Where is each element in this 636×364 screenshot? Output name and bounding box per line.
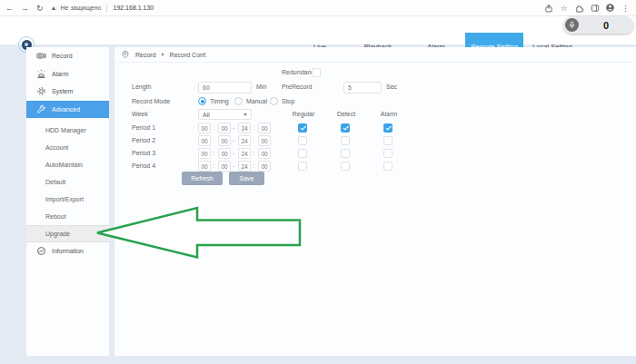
sidebar-subitem-default[interactable]: Default: [26, 173, 109, 191]
start-minute-input[interactable]: 00: [218, 123, 231, 133]
record-mode-option-timing[interactable]: Timing: [198, 97, 229, 105]
detect-checkbox[interactable]: [341, 136, 350, 145]
side-panel-icon[interactable]: [590, 3, 600, 13]
breadcrumb-current: Record Conf.: [170, 52, 207, 58]
end-minute-input[interactable]: 00: [258, 123, 271, 133]
sidebar-item-system[interactable]: System: [26, 83, 109, 101]
address-bar[interactable]: ▲ Не защищено 192.168.1.130: [51, 5, 154, 12]
end-hour-input[interactable]: 24: [238, 161, 251, 172]
sidebar-item-record[interactable]: Record: [26, 47, 109, 65]
sidebar: Record Alarm System Advanced HDD Manager…: [26, 47, 109, 356]
forward-icon[interactable]: →: [21, 0, 29, 16]
breadcrumb: Record Record Conf.: [114, 47, 636, 63]
length-row: Length 60 Min PreRecord 5 Sec: [114, 82, 636, 93]
week-dropdown[interactable]: All: [198, 109, 252, 120]
end-hour-input[interactable]: 24: [238, 135, 251, 146]
column-header-regular: Regular: [293, 111, 315, 117]
action-row: Refresh Save: [114, 172, 636, 185]
detect-checkbox[interactable]: [341, 162, 350, 171]
sidebar-item-label: Information: [52, 248, 84, 254]
length-unit: Min: [256, 84, 266, 90]
sidebar-item-advanced[interactable]: Advanced: [26, 101, 109, 119]
bookmark-star-icon[interactable]: ☆: [559, 3, 569, 13]
week-row: Week All Regular Detect Alarm: [114, 109, 636, 121]
sidebar-subitem-reboot[interactable]: Reboot: [26, 208, 109, 225]
extensions-icon[interactable]: [574, 3, 584, 13]
record-mode-row: Record Mode Timing Manual Stop: [114, 96, 636, 108]
sidebar-item-label: Alarm: [52, 71, 68, 77]
end-hour-input[interactable]: 24: [238, 123, 251, 133]
radio-icon[interactable]: [270, 97, 278, 105]
back-icon[interactable]: ←: [5, 0, 14, 16]
alarm-checkbox[interactable]: [383, 123, 393, 133]
regular-checkbox[interactable]: [298, 162, 307, 171]
radio-icon[interactable]: [234, 97, 243, 105]
radio-icon[interactable]: [198, 97, 206, 105]
record-mode-option-stop[interactable]: Stop: [270, 97, 294, 105]
length-input[interactable]: 60: [198, 82, 252, 93]
badge-count: 0: [603, 20, 609, 31]
record-conf-form: Redundancy Length 60 Min PreRecord 5 Sec…: [114, 63, 636, 356]
end-minute-input[interactable]: 00: [258, 135, 271, 146]
detect-checkbox[interactable]: [341, 123, 350, 133]
column-header-detect: Detect: [337, 111, 355, 117]
period-row-2: Period 2 00 : 00 - 24 : 00: [114, 135, 636, 147]
refresh-button[interactable]: Refresh: [182, 172, 223, 185]
alarm-checkbox[interactable]: [383, 149, 393, 158]
reload-icon[interactable]: ↻: [36, 0, 44, 16]
alarm-checkbox[interactable]: [383, 136, 393, 145]
extension-badge[interactable]: 0: [563, 16, 633, 34]
url-text: 192.168.1.130: [113, 5, 154, 11]
app-header: Live Playback Alarm Remote Setting Local…: [0, 16, 636, 44]
start-minute-input[interactable]: 00: [218, 148, 231, 159]
sidebar-subitem-upgrade[interactable]: Upgrade: [26, 225, 109, 242]
gear-icon: [36, 86, 46, 96]
end-minute-input[interactable]: 00: [258, 161, 271, 172]
start-minute-input[interactable]: 00: [218, 161, 231, 172]
address-divider: [106, 5, 107, 12]
period-row-1: Period 1 00 : 00 - 24 : 00: [114, 123, 636, 134]
sidebar-subitem-import-export[interactable]: Import/Export: [26, 191, 109, 208]
period-label: Period 1: [132, 124, 155, 131]
period-label: Period 4: [132, 162, 155, 169]
period-row-3: Period 3 00 : 00 - 24 : 00: [114, 148, 636, 160]
regular-checkbox[interactable]: [298, 149, 307, 158]
chevron-down-icon: [243, 113, 247, 116]
regular-checkbox[interactable]: [298, 136, 307, 145]
breadcrumb-root[interactable]: Record: [135, 52, 156, 58]
period-label: Period 2: [132, 137, 155, 143]
wrench-icon: [36, 104, 46, 114]
sidebar-item-label: Record: [52, 53, 73, 59]
redundancy-checkbox[interactable]: [312, 68, 321, 77]
end-minute-input[interactable]: 00: [258, 148, 271, 159]
security-label: Не защищено: [60, 5, 101, 11]
regular-checkbox[interactable]: [298, 123, 307, 133]
content-panel: Record Record Conf. Redundancy Length 60…: [114, 47, 636, 356]
sidebar-item-information[interactable]: Information: [26, 242, 109, 261]
profile-avatar-icon[interactable]: [605, 3, 615, 13]
end-hour-input[interactable]: 24: [238, 148, 251, 159]
sidebar-subitem-automaintain[interactable]: AutoMaintain: [26, 156, 109, 173]
prerecord-input[interactable]: 5: [343, 82, 382, 93]
record-mode-option-manual[interactable]: Manual: [234, 97, 267, 105]
menu-dots-icon[interactable]: ⋮: [621, 3, 631, 13]
browser-chrome: ← → ↻ ▲ Не защищено 192.168.1.130 ☆ ⋮: [0, 0, 636, 16]
prerecord-label: PreRecord: [282, 84, 312, 90]
detect-checkbox[interactable]: [341, 149, 350, 158]
sidebar-subitem-hdd-manager[interactable]: HDD Manager: [26, 122, 109, 139]
save-button[interactable]: Save: [229, 172, 264, 185]
prerecord-unit: Sec: [386, 84, 397, 90]
sidebar-subitem-account[interactable]: Account: [26, 139, 109, 156]
activity-icon: [36, 246, 46, 256]
start-hour-input[interactable]: 00: [198, 123, 211, 133]
sidebar-item-label: System: [52, 88, 73, 94]
advanced-submenu: HDD Manager Account AutoMaintain Default…: [26, 118, 109, 242]
alarm-checkbox[interactable]: [383, 162, 393, 171]
start-minute-input[interactable]: 00: [218, 135, 231, 146]
start-hour-input[interactable]: 00: [198, 161, 211, 172]
length-label: Length: [132, 84, 151, 90]
start-hour-input[interactable]: 00: [198, 135, 211, 146]
share-icon[interactable]: [543, 3, 553, 13]
sidebar-item-alarm[interactable]: Alarm: [26, 65, 109, 84]
start-hour-input[interactable]: 00: [198, 148, 211, 159]
